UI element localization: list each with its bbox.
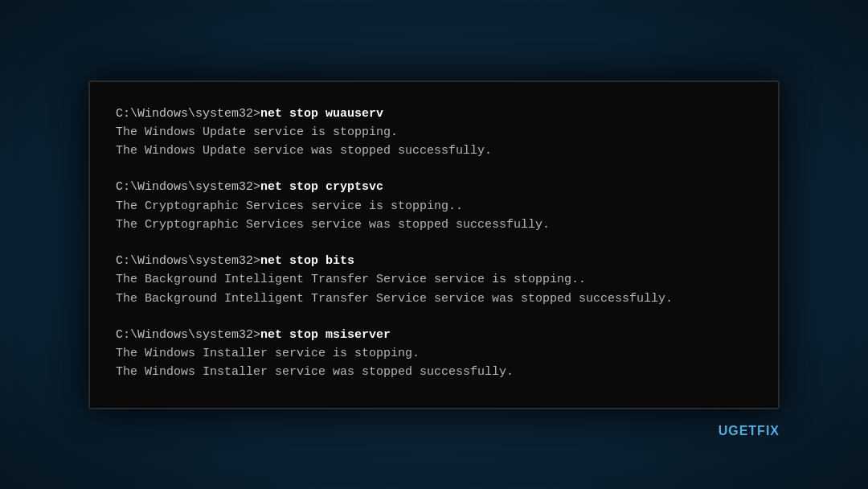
command-block-2: C:\Windows\system32>net stop cryptsvc Th… [116,178,752,234]
output-line-4-1: The Windows Installer service is stoppin… [116,344,752,363]
watermark: UGETFIX [719,424,780,438]
command-text-1: net stop wuauserv [260,107,383,121]
output-line-2-1: The Cryptographic Services service is st… [116,197,752,216]
terminal-wrapper: C:\Windows\system32>net stop wuauserv Th… [88,80,780,409]
output-line-1-1: The Windows Update service is stopping. [116,123,752,142]
command-block-3: C:\Windows\system32>net stop bits The Ba… [116,252,752,308]
command-text-4: net stop msiserver [260,328,391,342]
prompt-1: C:\Windows\system32> [116,107,260,121]
output-line-3-2: The Background Intelligent Transfer Serv… [116,290,752,308]
command-line-2: C:\Windows\system32>net stop cryptsvc [116,178,752,196]
command-line-1: C:\Windows\system32>net stop wuauserv [116,105,752,123]
prompt-4: C:\Windows\system32> [116,328,260,342]
watermark-g: G [728,424,739,438]
output-line-2-2: The Cryptographic Services service was s… [116,216,752,234]
terminal-window: C:\Windows\system32>net stop wuauserv Th… [88,80,780,409]
command-line-3: C:\Windows\system32>net stop bits [116,252,752,270]
output-line-1-2: The Windows Update service was stopped s… [116,142,752,160]
prompt-2: C:\Windows\system32> [116,180,260,194]
command-line-4: C:\Windows\system32>net stop msiserver [116,326,752,344]
watermark-etfix: ETFIX [739,424,780,438]
output-line-4-2: The Windows Installer service was stoppe… [116,363,752,381]
command-block-4: C:\Windows\system32>net stop msiserver T… [116,326,752,382]
command-text-3: net stop bits [260,254,354,268]
command-text-2: net stop cryptsvc [260,180,383,194]
command-block-1: C:\Windows\system32>net stop wuauserv Th… [116,105,752,161]
watermark-u: U [719,424,729,438]
prompt-3: C:\Windows\system32> [116,254,260,268]
output-line-3-1: The Background Intelligent Transfer Serv… [116,270,752,289]
